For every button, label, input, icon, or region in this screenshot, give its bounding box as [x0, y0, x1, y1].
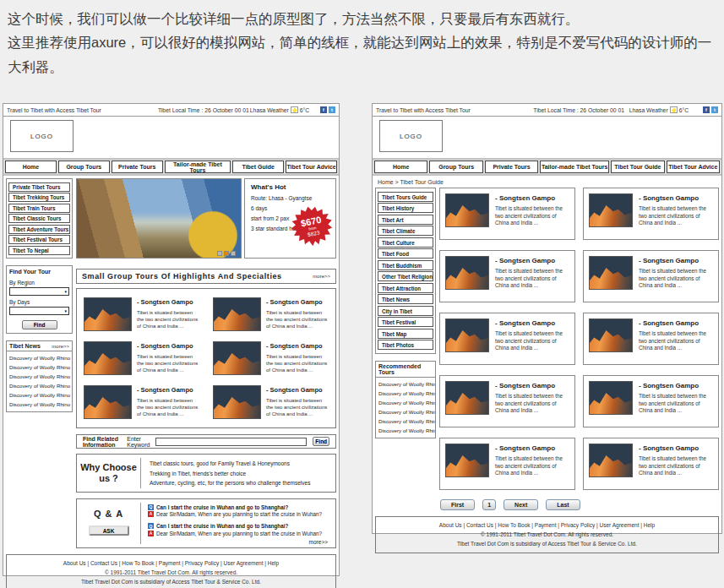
sidebar-item-classic-tours[interactable]: Tibet Classic Tours — [8, 214, 70, 223]
result-card-title: - Songtsen Gampo — [495, 319, 569, 327]
hero-carousel-image[interactable] — [76, 178, 242, 259]
nav-home[interactable]: Home — [374, 161, 427, 173]
nav-tailor-made[interactable]: Tailor-made Tibet Tours — [540, 161, 609, 173]
news-item[interactable]: Discovery of Woolly Rhino — [7, 381, 72, 390]
nav-tour-advice[interactable]: Tibet Tour Advice — [667, 161, 720, 173]
ask-button[interactable]: ASK — [89, 525, 129, 536]
result-card[interactable]: - Songtsen Gampo Tibet is situated betwe… — [583, 313, 719, 365]
sidebar-item-photos[interactable]: Tibet Photos — [378, 340, 433, 350]
news-item[interactable]: Discovery of Woolly Rhino — [7, 390, 72, 400]
result-card[interactable]: - Songtsen Gampo Tibet is situated betwe… — [583, 438, 719, 490]
result-card[interactable]: - Songtsen Gampo Tibet is situated betwe… — [583, 250, 719, 302]
sidebar-item-climate[interactable]: Tibet Climate — [378, 226, 433, 236]
result-card[interactable]: - Songtsen Gampo Tibet is situated betwe… — [439, 438, 575, 490]
carousel-dot[interactable] — [231, 251, 236, 256]
sidebar-item-train-tours[interactable]: Tibet Train Tours — [8, 204, 70, 213]
nav-tailor-made[interactable]: Tailor-made Tibet Tours — [165, 161, 231, 173]
nav-group-tours[interactable]: Group Tours — [429, 161, 482, 173]
logo[interactable]: LOGO — [10, 120, 73, 152]
recommended-tours-box: Recommended Tours Discovery of Woolly Rh… — [375, 361, 436, 438]
carousel-dot[interactable] — [217, 251, 222, 256]
related-find-button[interactable]: Find — [313, 437, 329, 446]
tour-thumbnail — [589, 193, 633, 227]
twitter-icon[interactable]: t — [711, 106, 718, 113]
news-item[interactable]: Discovery of Woolly Rhino — [7, 353, 72, 362]
nav-group-tours[interactable]: Group Tours — [58, 161, 110, 173]
pagination-first-button[interactable]: First — [440, 499, 475, 510]
sidebar-item-private-tours[interactable]: Private Tibet Tours — [8, 182, 70, 192]
whats-hot-panel: What's Hot Route: Lhasa - Gyangtse 6 day… — [244, 178, 336, 259]
nav-home[interactable]: Home — [5, 161, 57, 173]
tour-card[interactable]: - Songtsen Gampo Tibet is situated betwe… — [213, 297, 329, 331]
question-icon: Q — [148, 523, 154, 529]
footer-links[interactable]: About Us | Contact Us | How To Book | Pa… — [7, 560, 335, 566]
sidebar-item-trekking-tours[interactable]: Tibet Trekking Tours — [8, 193, 70, 202]
nav-private-tours[interactable]: Private Tours — [485, 161, 538, 173]
recommended-item[interactable]: Discovery of Woolly Rhino — [376, 379, 435, 389]
tour-card[interactable]: - Songtsen Gampo Tibet is situated betwe… — [84, 385, 199, 419]
keyword-input[interactable] — [155, 438, 307, 446]
sidebar-item-to-nepal[interactable]: Tibet To Nepal — [8, 246, 70, 255]
pagination-last-button[interactable]: Last — [546, 499, 580, 510]
nav-tour-advice[interactable]: Tibet Tour Advice — [286, 161, 337, 173]
recommended-item[interactable]: Discovery of Woolly Rhino — [376, 407, 435, 416]
sidebar-item-culture[interactable]: Tibet Culture — [378, 237, 433, 248]
tour-card[interactable]: - Songtsen Gampo Tibet is situated betwe… — [213, 341, 329, 375]
news-item[interactable]: Discovery of Woolly Rhino — [7, 362, 72, 372]
recommended-item[interactable]: Discovery of Woolly Rhino — [376, 389, 435, 398]
sidebar-item-buddhism[interactable]: Tibet Buddhism — [378, 260, 433, 270]
question-text[interactable]: Can I start the cruise in Wuhan and go t… — [156, 523, 288, 530]
result-card[interactable]: - Songtsen Gampo Tibet is situated betwe… — [583, 188, 719, 240]
tour-thumbnail — [445, 256, 489, 290]
tour-card[interactable]: - Songtsen Gampo Tibet is situated betwe… — [84, 341, 199, 375]
result-card[interactable]: - Songtsen Gampo Tibet is situated betwe… — [439, 375, 575, 427]
sidebar-item-tours-guide[interactable]: Tibet Tours Guide — [378, 192, 433, 202]
logo[interactable]: LOGO — [379, 120, 443, 152]
news-more-link[interactable]: more>> — [52, 344, 69, 349]
nav-tour-guide[interactable]: Tibet Tour Guide — [611, 161, 664, 173]
nav-tibet-guide[interactable]: Tibet Guide — [232, 161, 284, 173]
news-item[interactable]: Discovery of Woolly Rhino — [7, 372, 72, 381]
question-text[interactable]: Can I start the cruise in Wuhan and go t… — [156, 504, 288, 511]
recommended-item[interactable]: Discovery of Woolly Rhino — [376, 416, 435, 426]
news-item[interactable]: Discovery of Woolly Rhino — [7, 400, 72, 409]
sidebar-item-city[interactable]: City in Tibet — [378, 306, 433, 316]
answer-icon: A — [148, 531, 154, 536]
nav-private-tours[interactable]: Private Tours — [112, 161, 163, 173]
footer-copyright: © 1991-2011 Tibet Travel Dot Com. All ri… — [376, 531, 718, 537]
section-more-link[interactable]: more>> — [313, 274, 330, 279]
sidebar-item-map[interactable]: Tibet Map — [378, 329, 433, 339]
breadcrumb[interactable]: Home > Tibet Tour Guide — [378, 179, 721, 185]
sidebar-item-religion[interactable]: Other Tibet Religion — [378, 271, 433, 281]
pagination-page-1[interactable]: 1 — [482, 499, 496, 510]
tour-card[interactable]: - Songtsen Gampo Tibet is situated betwe… — [84, 297, 199, 331]
pagination-next-button[interactable]: Next — [504, 499, 538, 510]
find-tour-button[interactable]: Find — [22, 320, 57, 329]
facebook-icon[interactable]: f — [703, 106, 710, 113]
result-card[interactable]: - Songtsen Gampo Tibet is situated betwe… — [439, 250, 575, 302]
result-card[interactable]: - Songtsen Gampo Tibet is situated betwe… — [439, 313, 575, 365]
result-card[interactable]: - Songtsen Gampo Tibet is situated betwe… — [583, 375, 719, 427]
tour-thumbnail — [213, 341, 261, 375]
tour-card[interactable]: - Songtsen Gampo Tibet is situated betwe… — [213, 385, 329, 419]
sidebar-item-attraction[interactable]: Tibet Attraction — [378, 283, 433, 293]
sidebar-item-festival[interactable]: Tibet Festival — [378, 317, 433, 327]
sidebar-item-history[interactable]: Tibet History — [378, 203, 433, 213]
result-card-title: - Songtsen Gampo — [495, 444, 569, 452]
recommended-item[interactable]: Discovery of Woolly Rhino — [376, 426, 435, 435]
days-select[interactable]: ▾ — [9, 307, 69, 315]
footer-links[interactable]: About Us | Contact Us | How To Book | Pa… — [376, 522, 718, 528]
carousel-dot-active[interactable] — [224, 251, 229, 256]
recommended-item[interactable]: Discovery of Woolly Rhino — [376, 398, 435, 407]
result-card[interactable]: - Songtsen Gampo Tibet is situated betwe… — [439, 188, 575, 240]
sidebar-item-news[interactable]: Tibet News — [378, 294, 433, 304]
qa-more-link[interactable]: more>> — [309, 539, 328, 545]
twitter-icon[interactable]: t — [329, 106, 335, 113]
sidebar-item-festival-tours[interactable]: Tibet Festival Tours — [8, 235, 70, 244]
sidebar-item-food[interactable]: Tibet Food — [378, 248, 433, 259]
facebook-icon[interactable]: f — [320, 106, 327, 113]
sidebar-item-art[interactable]: Tibet Art — [378, 215, 433, 225]
sidebar-item-adventure-tours[interactable]: Tibet Adventure Tours — [8, 225, 70, 234]
region-select[interactable]: ▾ — [9, 287, 69, 296]
footer-subsidiary: Tibet Travel Dot Com is subsidiary of Ac… — [376, 541, 718, 547]
